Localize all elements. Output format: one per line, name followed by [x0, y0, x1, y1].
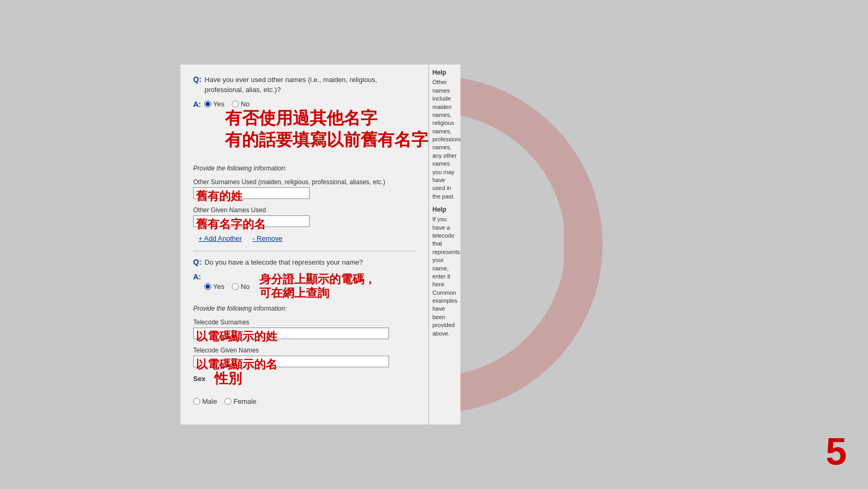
q2-no-label[interactable]: No [232, 283, 250, 291]
a2-letter: A: [193, 273, 201, 281]
q1-radio-group: Yes No [204, 100, 250, 108]
q2-provide-info: Provide the following information: [193, 305, 415, 312]
q2-text: Do you have a telecode that represents y… [205, 258, 363, 267]
help-text-1: Other names include maiden names, religi… [432, 78, 457, 201]
sex-male-text: Male [202, 397, 217, 405]
q2-field2-label: Telecode Given Names [193, 347, 415, 354]
help-panel: Help Other names include maiden names, r… [429, 64, 460, 424]
q1-no-label[interactable]: No [232, 100, 250, 108]
q2-field2-group: Telecode Given Names 以電碼顯示的名 [193, 347, 415, 367]
question1-block: Q: Have you ever used other names (i.e.,… [193, 75, 415, 242]
q2-letter: Q: [193, 258, 202, 266]
help-title-1: Help [432, 69, 457, 76]
sex-female-radio[interactable] [224, 398, 231, 405]
q2-chinese-annotation: 身分證上顯示的電碼，可在網上查詢 [259, 273, 376, 301]
form-container: Q: Have you ever used other names (i.e.,… [180, 64, 688, 424]
q1-field1-label: Other Surnames Used (maiden, religious, … [193, 178, 415, 186]
q2-yes-radio[interactable] [204, 283, 211, 290]
q1-annotation-area: 有否使用過其他名字 有的話要填寫以前舊有名字 [193, 113, 415, 160]
a1-letter: A: [193, 100, 201, 108]
q1-action-links: Add Another Remove [193, 234, 415, 242]
q2-field1-label: Telecode Surnames [193, 319, 415, 326]
help-text-2: If you have a telecode that represents y… [432, 215, 457, 338]
sex-female-label[interactable]: Female [224, 397, 256, 405]
form-main: Q: Have you ever used other names (i.e.,… [180, 64, 429, 424]
q2-no-radio[interactable] [232, 283, 239, 290]
q1-yes-label[interactable]: Yes [204, 100, 224, 108]
q1-field1-group: Other Surnames Used (maiden, religious, … [193, 178, 415, 199]
q2-radio-group: Yes No 身分證上顯示的電碼，可在網上查詢 [204, 273, 376, 301]
q1-surname-input[interactable] [193, 187, 310, 199]
q2-field1-group: Telecode Surnames 以電碼顯示的姓 [193, 319, 415, 339]
sex-radio-group: Male Female [193, 397, 415, 405]
q2-no-text: No [241, 283, 250, 291]
question2-block: Q: Do you have a telecode that represent… [193, 258, 415, 405]
q2-answer-row: A: Yes No 身分證上顯示的電碼，可在網上查詢 [193, 273, 415, 301]
q1-letter: Q: [193, 75, 202, 84]
section-divider-1 [193, 251, 415, 251]
q1-no-radio[interactable] [232, 101, 239, 107]
q1-answer-row: A: Yes No [193, 100, 415, 108]
q2-yes-text: Yes [213, 283, 224, 291]
q2-yes-label[interactable]: Yes [204, 283, 224, 291]
sex-male-label[interactable]: Male [193, 397, 217, 405]
sex-male-radio[interactable] [193, 398, 200, 405]
sex-section: Sex 性別 Male Female [193, 375, 415, 405]
page-number: 5 [826, 430, 847, 473]
q1-field2-group: Other Given Names Used 舊有名字的名 [193, 206, 415, 227]
q1-givenname-input[interactable] [193, 215, 310, 227]
q1-yes-radio[interactable] [204, 101, 211, 107]
q1-field2-label: Other Given Names Used [193, 206, 415, 214]
remove-button[interactable]: Remove [252, 234, 282, 242]
q1-provide-info: Provide the following information: [193, 165, 415, 172]
sex-chinese-annotation: 性別 [214, 369, 242, 388]
q1-text: Have you ever used other names (i.e., ma… [205, 75, 415, 94]
q2-surname-input[interactable] [193, 328, 389, 339]
help-title-2: Help [432, 206, 457, 213]
question1-label: Q: Have you ever used other names (i.e.,… [193, 75, 415, 94]
q1-no-text: No [241, 100, 250, 108]
question2-label: Q: Do you have a telecode that represent… [193, 258, 415, 267]
q2-givenname-input[interactable] [193, 356, 389, 367]
sex-label: Sex [193, 375, 205, 383]
q1-chinese-annotation: 有否使用過其他名字 有的話要填寫以前舊有名字 [225, 107, 428, 151]
add-another-button[interactable]: Add Another [198, 234, 242, 242]
q1-yes-text: Yes [213, 100, 224, 108]
sex-female-text: Female [233, 397, 256, 405]
